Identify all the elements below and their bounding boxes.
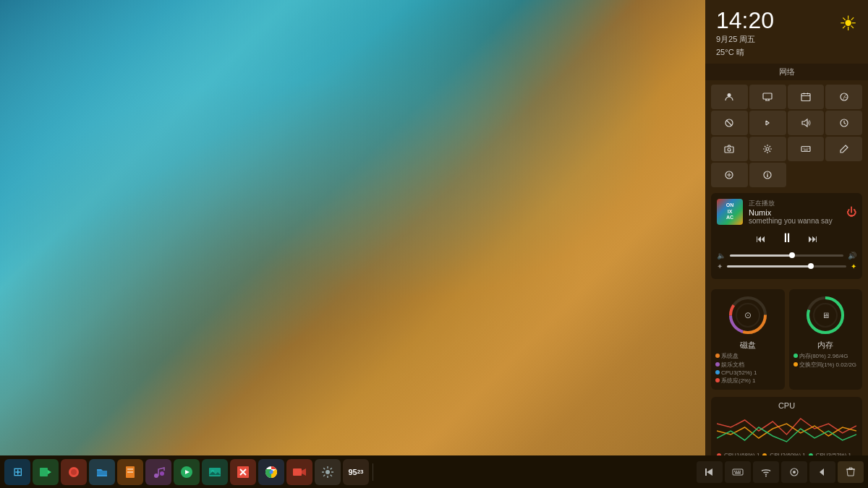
svg-point-35 <box>160 471 164 476</box>
quick-btn-bluetooth[interactable] <box>749 111 786 135</box>
brightness-control: ✦ ✦ <box>717 262 856 270</box>
taskbar-app-store[interactable] <box>117 459 143 485</box>
svg-point-8 <box>728 148 731 151</box>
svg-rect-1 <box>763 93 772 99</box>
svg-line-5 <box>727 121 732 126</box>
svg-rect-54 <box>735 472 741 474</box>
taskbar-app-music[interactable] <box>145 459 171 485</box>
wallpaper <box>0 0 705 455</box>
quick-btn-calendar[interactable] <box>788 85 825 109</box>
gauges-row: ⊙ 磁盘 系统盘 娱乐文档 CPU3(52%) 1 系统应(2%) 1 <box>705 285 868 394</box>
brightness-track[interactable] <box>727 265 846 267</box>
taskbar-app-cam[interactable] <box>286 459 312 485</box>
volume-track[interactable] <box>730 254 843 257</box>
weather-icon: ☀ <box>839 12 857 35</box>
svg-rect-38 <box>209 468 221 476</box>
cpu-label: CPU <box>717 401 856 410</box>
right-panel: 14:20 9月25 周五 25°C 晴 ☀ 网络 <box>705 0 868 455</box>
disk-gauge-canvas: ⊙ <box>726 294 770 337</box>
taskbar-wifi-button[interactable] <box>753 461 779 483</box>
now-playing-label: 正在播放 <box>749 199 841 208</box>
taskbar-app-numix[interactable]: 9523 <box>343 459 369 485</box>
music-controls: ⏮ ⏸ ⏭ <box>717 231 856 246</box>
taskbar-app-start[interactable]: ⊞ <box>4 459 30 485</box>
quick-btn-keyboard[interactable] <box>788 137 825 161</box>
clock-time: 14:20 <box>716 9 774 32</box>
music-art: ONIXAC <box>717 199 743 225</box>
clock-widget: 14:20 9月25 周五 25°C 晴 ☀ <box>705 0 868 64</box>
taskbar-app-settings[interactable] <box>315 459 341 485</box>
prev-button[interactable]: ⏮ <box>756 233 766 244</box>
quick-btn-clock[interactable] <box>825 111 862 135</box>
volume-control: 🔈 🔊 <box>717 252 856 260</box>
svg-rect-49 <box>733 469 743 475</box>
quick-btn-edit[interactable] <box>825 137 862 161</box>
next-button[interactable]: ⏭ <box>808 233 818 244</box>
svg-rect-48 <box>705 468 707 476</box>
svg-point-0 <box>728 93 731 97</box>
quick-btn-display[interactable] <box>749 85 786 109</box>
taskbar-display-button[interactable] <box>781 461 807 483</box>
taskbar-back-button[interactable] <box>809 461 835 483</box>
network-section-title: 网络 <box>705 64 868 80</box>
svg-marker-58 <box>820 468 824 476</box>
volume-high-icon: 🔊 <box>848 252 856 260</box>
svg-marker-45 <box>302 468 306 476</box>
svg-rect-32 <box>127 468 133 470</box>
taskbar-app-record[interactable] <box>61 459 87 485</box>
quick-btn-settings[interactable] <box>749 137 786 161</box>
music-player: ONIXAC 正在播放 Numix something you wanna sa… <box>711 193 862 279</box>
taskbar-keyboard-button[interactable] <box>725 461 751 483</box>
svg-rect-52 <box>738 471 739 472</box>
brightness-fill <box>727 265 811 267</box>
music-artist: Numix <box>749 208 841 217</box>
svg-point-30 <box>71 469 77 475</box>
svg-rect-33 <box>127 471 133 473</box>
taskbar-app-chrome[interactable] <box>258 459 284 485</box>
music-title: something you wanna say <box>749 217 841 225</box>
taskbar-app-files[interactable] <box>89 459 115 485</box>
svg-point-16 <box>767 173 767 174</box>
brightness-high-icon: ✦ <box>851 262 856 270</box>
svg-marker-28 <box>48 470 51 474</box>
svg-marker-47 <box>707 468 712 476</box>
quick-btn-dnd[interactable] <box>711 111 748 135</box>
quick-grid <box>705 85 868 187</box>
brightness-thumb <box>808 263 814 269</box>
disk-gauge: ⊙ 磁盘 系统盘 娱乐文档 CPU3(52%) 1 系统应(2%) 1 <box>711 289 785 390</box>
taskbar-app-video[interactable] <box>33 459 59 485</box>
quick-btn-user[interactable] <box>711 85 748 109</box>
memory-stats: 内存(80%) 2.96/4G 交换空间(1%) 0.02/2G <box>793 352 859 369</box>
clock-temp: 25°C 晴 <box>716 47 774 58</box>
taskbar-prev-button[interactable] <box>697 461 723 483</box>
svg-rect-10 <box>801 147 810 152</box>
quick-btn-config[interactable] <box>711 163 748 187</box>
taskbar-trash-button[interactable] <box>838 461 864 483</box>
cpu-graph <box>717 413 856 449</box>
volume-low-icon: 🔈 <box>717 252 726 260</box>
quick-btn-theme[interactable] <box>825 85 862 109</box>
taskbar-app-photos[interactable] <box>202 459 228 485</box>
brightness-low-icon: ✦ <box>717 262 723 270</box>
taskbar-app-cut[interactable] <box>230 459 256 485</box>
svg-point-34 <box>154 474 158 478</box>
disk-label: 磁盘 <box>740 340 756 351</box>
quick-btn-info[interactable] <box>749 163 786 187</box>
svg-rect-53 <box>740 471 741 472</box>
clock-date: 9月25 周五 <box>716 34 774 45</box>
quick-btn-camera[interactable] <box>711 137 748 161</box>
memory-gauge: 🖥 内存 内存(80%) 2.96/4G 交换空间(1%) 0.02/2G <box>789 289 863 390</box>
taskbar-separator <box>373 463 373 481</box>
memory-label: 内存 <box>817 340 833 351</box>
music-close-button[interactable]: ⏻ <box>846 206 856 218</box>
taskbar: ⊞ 9523 <box>0 455 868 488</box>
cpu-section: CPU CPU1(68%) 1 CPU2(60%) 1 CPU3(52%) 1 … <box>711 397 862 455</box>
taskbar-app-player[interactable] <box>174 459 200 485</box>
svg-point-57 <box>793 471 796 474</box>
svg-text:⊙: ⊙ <box>744 310 752 320</box>
quick-btn-volume[interactable] <box>788 111 825 135</box>
pause-button[interactable]: ⏸ <box>780 231 793 246</box>
volume-thumb <box>789 252 795 258</box>
taskbar-right <box>697 461 864 483</box>
volume-fill <box>730 254 792 257</box>
